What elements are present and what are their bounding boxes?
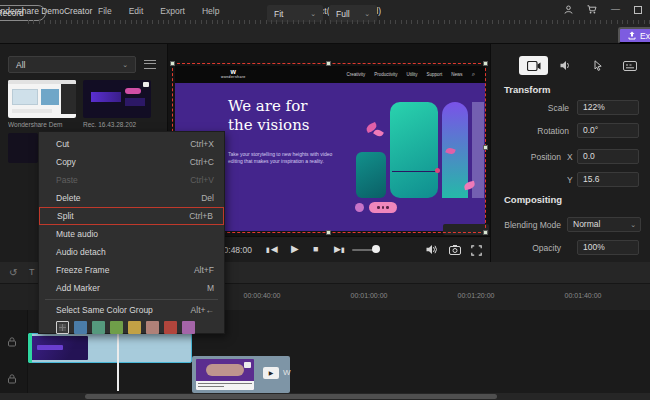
app-window: Wondershare DemoCreator File Edit Export… — [0, 0, 650, 400]
clip-trim-handle[interactable] — [28, 333, 32, 363]
color-swatch[interactable] — [110, 321, 123, 334]
list-view-icon[interactable] — [144, 60, 156, 69]
stop-button[interactable]: ■ — [313, 243, 318, 255]
clip-play-icon[interactable]: ▶ — [263, 367, 279, 379]
ruler-label: 00:01:00:00 — [351, 292, 388, 299]
track-lock-icon[interactable] — [7, 337, 18, 348]
scale-input[interactable]: 122% — [577, 100, 639, 115]
compositing-section-title: Compositing — [504, 194, 562, 205]
menu-item-select-same-color-group[interactable]: Select Same Color GroupAlt+← — [39, 302, 224, 317]
illustration-shape — [390, 102, 438, 198]
export-button[interactable]: Export — [618, 27, 650, 44]
illustration-circle — [355, 203, 364, 212]
color-group-swatches — [39, 317, 224, 334]
media-thumbnail-partial[interactable] — [8, 133, 38, 163]
tab-caption[interactable] — [615, 56, 644, 75]
speed-slider-handle[interactable] — [372, 245, 380, 253]
ruler-ticks — [28, 20, 650, 24]
cart-icon[interactable] — [587, 5, 597, 14]
rotation-label: Rotation — [511, 126, 569, 136]
search-icon: ⌕ — [472, 72, 475, 77]
menu-separator — [45, 299, 218, 300]
media-thumbnail[interactable] — [8, 80, 76, 118]
menu-item-audio-detach[interactable]: Audio detach — [39, 243, 224, 261]
color-swatch[interactable] — [146, 321, 159, 334]
color-swatch[interactable] — [128, 321, 141, 334]
selection-handle[interactable] — [326, 61, 331, 66]
properties-tabs — [519, 56, 644, 75]
menu-item-delete[interactable]: DeleteDel — [39, 189, 224, 207]
export-label: Export — [640, 31, 650, 41]
chevron-down-icon: ⌄ — [122, 61, 128, 69]
ruler-label: 00:00:40:00 — [244, 292, 281, 299]
color-swatch[interactable] — [92, 321, 105, 334]
transform-section-title: Transform — [504, 84, 550, 95]
color-swatch-none[interactable] — [56, 321, 69, 334]
previous-frame-button[interactable]: ◀ — [266, 243, 278, 256]
color-swatch[interactable] — [74, 321, 87, 334]
menu-item-cut[interactable]: CutCtrl+X — [39, 135, 224, 153]
maximize-icon[interactable] — [634, 6, 642, 14]
play-button[interactable]: ▶ — [291, 243, 299, 255]
color-swatch[interactable] — [182, 321, 195, 334]
chevron-down-icon: ⌄ — [630, 218, 636, 231]
media-thumbnail[interactable] — [83, 80, 151, 118]
redo-icon[interactable]: ↺ — [9, 267, 17, 278]
selection-handle[interactable] — [326, 230, 331, 235]
fullscreen-icon[interactable] — [471, 245, 482, 256]
selection-handle[interactable] — [483, 61, 488, 66]
nav-item: Support — [427, 72, 443, 77]
site-nav: Creativity Productivity Utility Support … — [347, 72, 475, 77]
properties-panel: Transform Scale 122% Rotation 0.0° Posit… — [490, 44, 650, 262]
ruler-label: 00:01:20:00 — [458, 292, 495, 299]
track-lock-icon[interactable] — [7, 374, 18, 385]
volume-icon[interactable] — [426, 244, 438, 255]
text-tool-icon[interactable]: T — [29, 267, 35, 277]
selection-handle[interactable] — [483, 230, 488, 235]
rotation-input[interactable]: 0.0° — [577, 123, 639, 138]
wondershare-logo: w wondershare — [221, 69, 246, 79]
position-x-label: X — [567, 152, 573, 162]
illustration-dot — [435, 168, 440, 173]
clip-thumbnail — [196, 359, 254, 390]
illustration-pill — [369, 202, 397, 213]
record-button[interactable]: Record — [0, 5, 46, 21]
site-heading: We are for the visions — [228, 97, 310, 135]
ruler-label: 00:01:40:00 — [565, 292, 602, 299]
playhead[interactable] — [117, 333, 119, 391]
tab-cursor[interactable] — [583, 56, 612, 75]
scrollbar-thumb[interactable] — [85, 394, 497, 399]
opacity-label: Opacity — [503, 243, 561, 253]
blending-mode-label: Blending Mode — [491, 220, 561, 230]
menu-item-freeze-frame[interactable]: Freeze FrameAlt+F — [39, 261, 224, 279]
window-controls: — — [564, 5, 642, 14]
upload-icon — [628, 31, 636, 40]
position-y-input[interactable]: 15.6 — [577, 172, 639, 187]
nav-item: Productivity — [374, 72, 397, 77]
tab-video[interactable] — [519, 56, 548, 75]
chevron-down-icon: ⌄ — [364, 10, 370, 18]
scale-label: Scale — [511, 103, 569, 113]
menu-item-copy[interactable]: CopyCtrl+C — [39, 153, 224, 171]
minimize-icon[interactable]: — — [611, 5, 620, 14]
blending-mode-dropdown[interactable]: Normal ⌄ — [567, 217, 641, 232]
media-filter-dropdown[interactable]: All⌄ — [8, 56, 136, 73]
menu-item-add-marker[interactable]: Add MarkerM — [39, 279, 224, 297]
context-menu: CutCtrl+X CopyCtrl+C PasteCtrl+V DeleteD… — [38, 131, 225, 334]
selection-handle[interactable] — [170, 61, 175, 66]
position-x-input[interactable]: 0.0 — [577, 149, 639, 164]
opacity-input[interactable]: 100% — [577, 240, 639, 255]
menu-item-split[interactable]: SplitCtrl+B — [39, 207, 224, 225]
clip-thumbnail — [31, 336, 88, 360]
selection-handle[interactable] — [483, 145, 488, 150]
color-swatch[interactable] — [164, 321, 177, 334]
clip-label-letter: W — [283, 368, 291, 377]
tab-audio[interactable] — [551, 56, 580, 75]
preview-site-header: w wondershare Creativity Productivity Ut… — [175, 66, 485, 83]
snapshot-icon[interactable] — [449, 245, 461, 255]
menu-item-mute-audio[interactable]: Mute audio — [39, 225, 224, 243]
next-frame-button[interactable]: ▶▮ — [334, 243, 345, 256]
titlebar: Wondershare DemoCreator File Edit Export… — [0, 0, 650, 22]
nav-item: Creativity — [347, 72, 366, 77]
account-icon[interactable] — [564, 5, 573, 14]
